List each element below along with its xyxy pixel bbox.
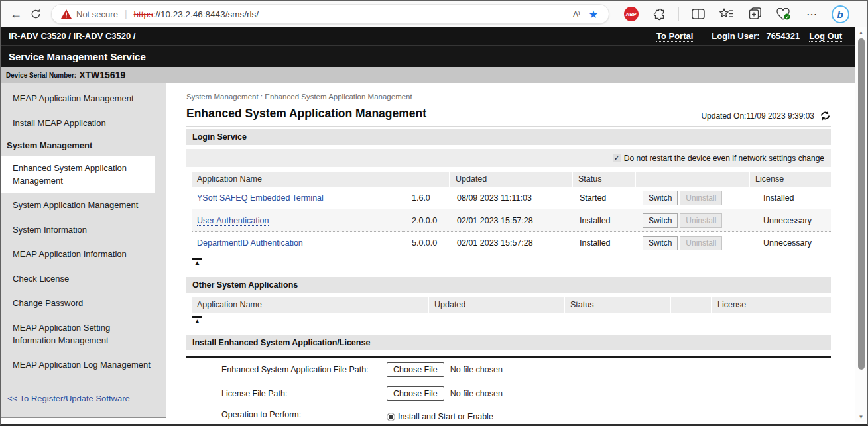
app-status: Started bbox=[574, 193, 637, 203]
page-title: Enhanced System Application Management bbox=[186, 107, 701, 121]
sidebar-item-system-application-management[interactable]: System Application Management bbox=[1, 193, 166, 217]
no-file-chosen-text: No file chosen bbox=[450, 365, 503, 374]
sidebar-item-meap-application-management[interactable]: MEAP Application Management bbox=[1, 86, 166, 111]
sidebar-register-update-link[interactable]: << To Register/Update Software bbox=[1, 384, 166, 410]
updated-on-text: Updated On:11/09 2023 9:39:03 bbox=[701, 111, 814, 121]
column-header-status: Status bbox=[573, 172, 636, 187]
uninstall-button: Uninstall bbox=[680, 213, 722, 228]
refresh-icon[interactable] bbox=[26, 4, 46, 24]
app-link-user-authentication[interactable]: User Authentication bbox=[197, 216, 269, 226]
adblock-icon[interactable]: ABP bbox=[622, 5, 641, 23]
sidebar-item-meap-application-setting-information-management[interactable]: MEAP Application Setting Information Man… bbox=[1, 315, 150, 352]
serial-bar: Device Serial Number: XTW15619 bbox=[1, 67, 867, 83]
settings-menu-icon[interactable]: ⋯ bbox=[802, 5, 821, 23]
radio-install-and-start-label: Install and Start or Enable bbox=[398, 412, 493, 421]
to-top-icon[interactable]: ▲ bbox=[192, 258, 202, 266]
sidebar-item-meap-application-log-management[interactable]: MEAP Application Log Management bbox=[1, 352, 166, 377]
install-heading: Install Enhanced System Application/Lice… bbox=[186, 335, 831, 350]
read-aloud-icon[interactable]: A⁾ bbox=[568, 9, 585, 19]
column-header-license: License bbox=[750, 172, 831, 187]
radio-install-and-start[interactable] bbox=[387, 413, 395, 421]
split-screen-icon[interactable] bbox=[689, 5, 708, 23]
address-bar[interactable]: Not secure | https://10.23.2.46:8443/sms… bbox=[51, 4, 609, 24]
address-separator: | bbox=[125, 9, 127, 19]
to-top-icon[interactable]: ▲ bbox=[192, 316, 202, 324]
table-row: YSoft SAFEQ Embedded Terminal 1.6.0 08/0… bbox=[192, 187, 831, 209]
device-header-bar: iR-ADV C3520 / iR-ADV C3520 / To Portal … bbox=[1, 27, 867, 45]
scroll-up-icon[interactable]: ▲ bbox=[859, 27, 864, 38]
app-file-path-label: Enhanced System Application File Path: bbox=[186, 365, 387, 374]
url-scheme: https bbox=[134, 9, 153, 19]
serial-value: XTW15619 bbox=[79, 70, 125, 80]
column-header-application-name: Application Name bbox=[192, 297, 429, 313]
check-icon: ✓ bbox=[614, 154, 620, 162]
service-title: Service Management Service bbox=[9, 51, 146, 62]
other-apps-table: Application Name Updated Status License bbox=[192, 297, 831, 313]
column-header-updated: Updated bbox=[429, 297, 565, 313]
refresh-icon-glyph bbox=[31, 9, 41, 19]
app-version: 1.6.0 bbox=[399, 193, 452, 203]
sidebar-item-install-meap-application[interactable]: Install MEAP Application bbox=[1, 111, 166, 135]
browser-window: ← Not secure | https://10.23.2.46:8443/s… bbox=[0, 0, 868, 426]
sidebar-item-change-password[interactable]: Change Password bbox=[1, 291, 166, 315]
license-file-path-label: License File Path: bbox=[186, 389, 387, 398]
copilot-logo: b bbox=[832, 5, 849, 23]
column-header-application-name: Application Name bbox=[192, 172, 450, 187]
app-version: 2.0.0.0 bbox=[399, 216, 452, 225]
extensions-icon[interactable] bbox=[651, 5, 669, 23]
no-file-chosen-text: No file chosen bbox=[450, 389, 503, 398]
app-link-departmentid-authentication[interactable]: DepartmentID Authentication bbox=[197, 239, 303, 248]
sidebar-item-check-license[interactable]: Check License bbox=[1, 266, 166, 291]
service-title-bar: Service Management Service bbox=[1, 45, 867, 67]
page-refresh-icon[interactable] bbox=[820, 111, 831, 121]
choose-file-button-license[interactable]: Choose File bbox=[387, 386, 444, 401]
sidebar-item-enhanced-system-application-management[interactable]: Enhanced System Application Management bbox=[1, 156, 155, 193]
switch-button[interactable]: Switch bbox=[643, 191, 678, 205]
browser-essentials-icon[interactable] bbox=[775, 5, 793, 23]
vertical-scrollbar[interactable]: ▲ ▼ bbox=[855, 27, 867, 422]
operation-to-perform-label: Operation to Perform: bbox=[186, 410, 387, 419]
app-version: 5.0.0.0 bbox=[399, 239, 452, 248]
favorites-icon[interactable] bbox=[717, 5, 736, 23]
login-service-heading: Login Service bbox=[186, 129, 831, 145]
scrollbar-thumb[interactable] bbox=[858, 38, 865, 370]
login-user-label: Login User: bbox=[712, 31, 759, 41]
url-text[interactable]: https://10.23.2.46:8443/sms/rls/ bbox=[134, 9, 259, 19]
sidebar-item-system-information[interactable]: System Information bbox=[1, 217, 166, 242]
logout-link[interactable]: Log Out bbox=[809, 31, 842, 42]
back-icon[interactable]: ← bbox=[6, 4, 26, 24]
column-header-status: Status bbox=[565, 297, 671, 313]
scroll-down-icon[interactable]: ▼ bbox=[859, 411, 864, 422]
app-status: Installed bbox=[574, 239, 637, 248]
app-license: Unnecessary bbox=[751, 216, 831, 225]
favorite-star-icon[interactable]: ★ bbox=[585, 8, 602, 21]
other-apps-heading: Other System Applications bbox=[186, 277, 831, 293]
choose-file-button-application[interactable]: Choose File bbox=[387, 362, 444, 377]
column-header-updated: Updated bbox=[450, 172, 573, 187]
copilot-icon[interactable]: b bbox=[831, 5, 849, 23]
sidebar-item-meap-application-information[interactable]: MEAP Application Information bbox=[1, 242, 166, 266]
url-rest: ://10.23.2.46:8443/sms/rls/ bbox=[153, 9, 259, 19]
not-secure-label[interactable]: Not secure bbox=[76, 9, 118, 19]
restart-checkbox-row: ✓ Do not restart the device even if netw… bbox=[186, 149, 831, 167]
breadcrumb: System Management : Enhanced System Appl… bbox=[186, 93, 831, 101]
app-updated: 08/09 2023 11:11:03 bbox=[452, 193, 574, 203]
table-row: DepartmentID Authentication 5.0.0.0 02/0… bbox=[192, 232, 831, 254]
switch-button[interactable]: Switch bbox=[643, 213, 678, 228]
app-license: Unnecessary bbox=[751, 239, 831, 248]
collections-icon[interactable] bbox=[746, 5, 765, 23]
table-row: User Authentication 2.0.0.0 02/01 2023 1… bbox=[192, 209, 831, 232]
sidebar-section-system-management: System Management bbox=[1, 135, 166, 156]
adblock-badge: ABP bbox=[624, 7, 639, 21]
restart-checkbox-label: Do not restart the device even if networ… bbox=[624, 154, 824, 163]
device-path: iR-ADV C3520 / iR-ADV C3520 / bbox=[9, 31, 135, 41]
toolbar-icons: ABP ⋯ b bbox=[609, 5, 862, 23]
main-content: System Management : Enhanced System Appl… bbox=[166, 83, 867, 426]
to-portal-link[interactable]: To Portal bbox=[656, 31, 693, 42]
switch-button[interactable]: Switch bbox=[643, 236, 678, 250]
login-service-table: Application Name Updated Status License … bbox=[192, 172, 831, 254]
restart-checkbox[interactable]: ✓ bbox=[613, 154, 621, 162]
uninstall-button: Uninstall bbox=[680, 236, 722, 250]
login-user-value: 7654321 bbox=[767, 31, 800, 41]
app-link-ysoft-safeq[interactable]: YSoft SAFEQ Embedded Terminal bbox=[197, 193, 324, 203]
